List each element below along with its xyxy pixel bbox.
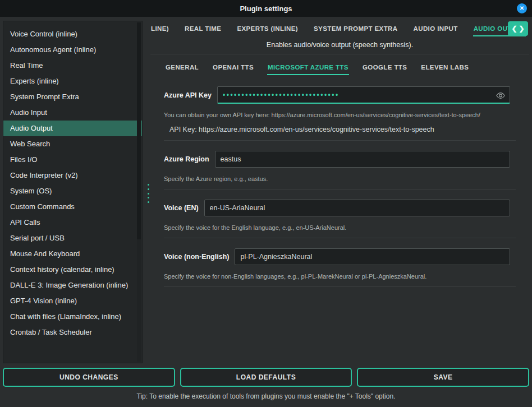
azure-region-input[interactable] <box>215 151 510 168</box>
sidebar-item-real-time[interactable]: Real Time <box>3 58 142 73</box>
sidebar-item-chat-with-files[interactable]: Chat with files (LlamaIndex, inline) <box>3 309 142 325</box>
status-tip: Tip: To enable the execution of tools fr… <box>0 392 532 400</box>
sidebar-item-system-os[interactable]: System (OS) <box>3 183 142 199</box>
tab-scroll-right-icon[interactable]: ❯ <box>519 25 525 32</box>
subtab-general[interactable]: GENERAL <box>165 64 199 75</box>
divider <box>150 54 529 54</box>
sidebar-item-files-io[interactable]: Files I/O <box>3 152 142 168</box>
sidebar-item-audio-input[interactable]: Audio Input <box>3 105 142 121</box>
eye-icon[interactable] <box>496 91 506 99</box>
settings-form: Azure API Key ••••••••••••••••••••••••••… <box>150 86 529 287</box>
sidebar-item-mouse-and-keyboard[interactable]: Mouse And Keyboard <box>3 246 142 262</box>
tab-partial-clipped[interactable]: LINE) <box>150 25 169 36</box>
tab-real-time[interactable]: REAL TIME <box>184 25 222 36</box>
azure-api-key-input[interactable]: ••••••••••••••••••••••••••••••• <box>217 86 510 104</box>
plugin-description: Enables audio/voice output (speech synth… <box>150 41 529 49</box>
save-button[interactable]: SAVE <box>357 368 529 387</box>
divider <box>164 189 516 189</box>
load-defaults-button[interactable]: LOAD DEFAULTS <box>180 368 352 387</box>
sidebar-item-api-calls[interactable]: API Calls <box>3 215 142 230</box>
sidebar-scrollbar[interactable] <box>137 22 141 362</box>
footer-actions: UNDO CHANGES LOAD DEFAULTS SAVE <box>3 368 529 387</box>
subtab-openai-tts[interactable]: OPENAI TTS <box>212 64 254 75</box>
sidebar-item-experts[interactable]: Experts (inline) <box>3 73 142 89</box>
sidebar-item-context-history[interactable]: Context history (calendar, inline) <box>3 262 142 278</box>
sidebar-item-system-prompt-extra[interactable]: System Prompt Extra <box>3 89 142 105</box>
voice-en-help: Specify the voice for the English langua… <box>164 224 510 231</box>
voice-en-label: Voice (EN) <box>164 204 199 212</box>
sidebar-item-serial-port-usb[interactable]: Serial port / USB <box>3 230 142 246</box>
azure-api-key-label: Azure API Key <box>164 91 212 99</box>
sidebar-item-web-search[interactable]: Web Search <box>3 136 142 152</box>
plugin-settings-panel: LINE) REAL TIME EXPERTS (INLINE) SYSTEM … <box>150 21 529 363</box>
azure-api-key-link-text: API Key: https://azure.microsoft.com/en-… <box>169 126 510 133</box>
sidebar-item-autonomous-agent[interactable]: Autonomous Agent (Inline) <box>3 42 142 58</box>
azure-api-key-help: You can obtain your own API key here: ht… <box>164 112 510 118</box>
divider <box>164 238 516 238</box>
titlebar: Plugin settings ✕ <box>0 0 532 17</box>
tab-experts-inline[interactable]: EXPERTS (INLINE) <box>236 25 299 36</box>
tab-system-prompt-extra[interactable]: SYSTEM PROMPT EXTRA <box>313 25 398 36</box>
close-button[interactable]: ✕ <box>517 3 527 13</box>
sidebar-item-dalle3-image-generation[interactable]: DALL-E 3: Image Generation (inline) <box>3 278 142 293</box>
subtab-eleven-labs[interactable]: ELEVEN LABS <box>420 64 469 75</box>
sidebar-item-audio-output[interactable]: Audio Output <box>3 121 142 136</box>
masked-api-key-value: ••••••••••••••••••••••••••••••• <box>223 91 340 99</box>
azure-region-label: Azure Region <box>164 155 209 163</box>
plugin-list: Voice Control (inline) Autonomous Agent … <box>3 21 143 363</box>
tab-scroll-buttons: ❮ ❯ <box>508 21 528 36</box>
undo-changes-button[interactable]: UNDO CHANGES <box>3 368 175 387</box>
divider <box>164 286 516 287</box>
voice-non-english-label: Voice (non-English) <box>164 253 229 261</box>
sidebar-item-crontab-task-scheduler[interactable]: Crontab / Task Scheduler <box>3 325 142 340</box>
sidebar-item-code-interpreter[interactable]: Code Interpreter (v2) <box>3 168 142 183</box>
window-title: Plugin settings <box>240 4 292 13</box>
tab-audio-input[interactable]: AUDIO INPUT <box>413 25 458 36</box>
sidebar-item-custom-commands[interactable]: Custom Commands <box>3 199 142 215</box>
voice-en-input[interactable] <box>204 200 510 216</box>
voice-non-english-help: Specify the voice for non-English langua… <box>164 273 510 280</box>
subtab-microsoft-azure-tts[interactable]: MICROSOFT AZURE TTS <box>267 64 349 75</box>
splitter-handle[interactable] <box>146 184 150 203</box>
scrollbar-thumb[interactable] <box>137 22 141 239</box>
azure-region-help: Specify the Azure region, e.g., eastus. <box>164 175 510 182</box>
voice-non-english-input[interactable] <box>235 248 510 265</box>
plugin-tabbar: LINE) REAL TIME EXPERTS (INLINE) SYSTEM … <box>150 21 529 36</box>
close-icon: ✕ <box>520 6 524 11</box>
sidebar-item-gpt4-vision[interactable]: GPT-4 Vision (inline) <box>3 293 142 309</box>
subtab-google-tts[interactable]: GOOGLE TTS <box>362 64 407 75</box>
divider <box>164 140 516 141</box>
sidebar-item-voice-control[interactable]: Voice Control (inline) <box>3 26 142 42</box>
provider-subtabs: GENERAL OPENAI TTS MICROSOFT AZURE TTS G… <box>165 62 529 75</box>
tab-scroll-left-icon[interactable]: ❮ <box>511 25 517 32</box>
